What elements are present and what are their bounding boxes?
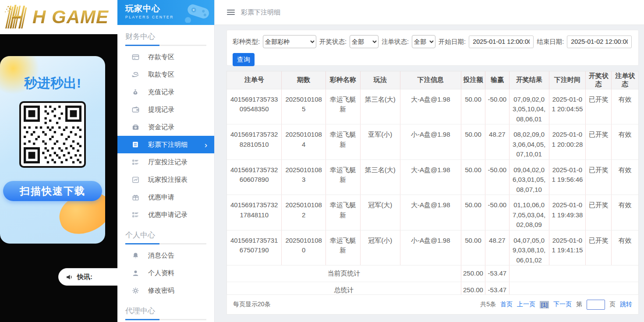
chevron-right-icon: › [205,141,207,149]
column-header: 玩法 [360,71,400,89]
table-cell: 幸运飞艇新 [326,195,360,230]
logo-stripes-icon [4,4,32,30]
end-date-input[interactable] [567,35,632,48]
table-cell: 50.00 [461,230,485,265]
sidebar-item-fund-records[interactable]: 资金记录 [117,118,214,136]
table-cell: 已开奖 [586,195,612,230]
column-header: 开奖状态 [586,71,612,89]
column-header: 输赢 [485,71,509,89]
sidebar-item-label: 个人资料 [148,269,174,277]
table-cell: 20250101080 [282,230,326,265]
summary-label: 当前页统计 [227,265,461,282]
table-cell: 09,04,02,06,03,01,05,08,07,10 [509,159,549,195]
column-header: 注单号 [227,71,282,89]
column-header: 注单状态 [612,71,638,89]
logo: H GAME [0,0,117,34]
table-cell: 有效 [612,195,638,230]
sidebar-item-withdraw-zone[interactable]: 取款专区 [117,66,214,83]
sidebar-item-withdrawal-records[interactable]: 提现记录 [117,101,214,118]
sidebar-item-label: 消息公告 [148,251,174,260]
sidebar-item-personal-profile[interactable]: 个人资料 [117,264,214,282]
table-cell: 有效 [612,230,638,265]
table-cell: 2025-01-01 20:04:55 [549,89,586,124]
next-page-link[interactable]: 下一页 [553,301,572,308]
column-header: 下注信息 [400,71,461,89]
section-title: 个人中心 [117,223,214,243]
per-page-label: 每页显示20条 [233,301,271,308]
first-page-link[interactable]: 首页 [500,301,513,308]
document-icon [131,141,139,149]
table-cell: 已开奖 [586,89,612,124]
section-underline [125,243,206,244]
table-cell: 小-A盘@1.98 [400,230,461,265]
current-page[interactable]: [1] [540,301,549,308]
scan-download-button[interactable]: 扫描快速下载 [3,181,102,201]
total-count: 共5条 [480,301,496,308]
bet-details-table: 注单号期数彩种名称玩法下注信息投注额输赢开奖结果下注时间开奖状态注单状态 401… [226,71,639,299]
summary-empty-cell [509,265,638,282]
sidebar-item-label: 优惠申请 [148,193,174,202]
hamburger-menu-icon[interactable] [227,10,235,15]
section-underline [125,319,206,320]
table-cell: 07,09,02,03,05,10,04,08,06,01 [509,89,549,124]
sidebar-item-label: 资金记录 [148,123,174,131]
order-status-label: 注单状态: [382,38,409,46]
download-promo-card: 秒进秒出! 扫描快速下载 [0,56,105,244]
column-header: 开奖结果 [509,71,549,89]
column-header: 投注额 [461,71,485,89]
section-underline [125,45,206,46]
search-button[interactable]: 查询 [233,53,255,66]
news-ticker: 快讯: [58,268,117,286]
order-status-select[interactable]: 全部 [412,35,435,48]
table-cell: 小-A盘@1.98 [400,124,461,160]
sidebar-item-player-bet-report[interactable]: 玩家投注报表 [117,171,214,188]
table-cell: 48.27 [485,124,509,160]
table-row: 40156917357326060789020250101083幸运飞艇新第三名… [227,159,638,195]
column-header: 下注时间 [549,71,586,89]
table-cell: 401569173573217848110 [227,195,282,230]
table-cell: 20250101083 [282,159,326,195]
table-cell: 50.00 [461,124,485,160]
table-cell: 第三名(大) [360,89,400,124]
table-cell: 48.27 [485,230,509,265]
page-jump-input[interactable] [587,300,605,310]
table-row: 40156917357316750719020250101080幸运飞艇新冠军(… [227,230,638,265]
main-content: 彩票下注明细 彩种类型: 全部彩种 开奖状态: 全部 注单状态: 全部 开始日期… [215,0,644,322]
table-cell: 2025-01-01 20:00:28 [549,124,586,160]
table-row: 40156917357328281051020250101084幸运飞艇新亚军(… [227,124,638,160]
promo-panel: H GAME 秒进秒出! 扫描快速下载 快讯: [0,0,117,322]
table-cell: 50.00 [461,195,485,230]
sidebar-item-change-password[interactable]: 修改密码 [117,282,214,299]
page-label-after: 页 [609,301,616,308]
sidebar-item-deposit-zone[interactable]: 存款专区 [117,48,214,66]
sidebar-item-hall-bet-records[interactable]: 厅室投注记录 [117,153,214,171]
sidebar-item-label: 修改密码 [148,287,174,295]
sidebar-header: 玩家中心 PLAYERS CENTER [117,0,214,25]
lottery-type-select[interactable]: 全部彩种 [263,35,316,48]
table-cell: 2025-01-01 19:41:15 [549,230,586,265]
page-label-before: 第 [576,301,582,308]
table-cell: 04,07,05,09,03,08,10,06,01,02 [509,230,549,265]
jump-link[interactable]: 跳转 [620,301,632,308]
sidebar-section-agent: 代理中心 [117,299,214,320]
lottery-type-label: 彩种类型: [233,38,260,46]
list-icon [131,211,139,219]
table-cell: 大-A盘@1.98 [400,195,461,230]
table-cell: 幸运飞艇新 [326,159,360,195]
end-date-label: 结束日期: [537,38,564,46]
prev-page-link[interactable]: 上一页 [517,301,535,308]
start-date-input[interactable] [469,35,534,48]
table-cell: 已开奖 [586,230,612,265]
sidebar-item-lottery-bet-details[interactable]: 彩票下注明细› [117,136,214,153]
money-bag-icon [131,88,139,96]
sidebar-item-label: 优惠申请记录 [148,211,188,219]
table-cell: 幸运飞艇新 [326,124,360,160]
sidebar-item-promo-apply-records[interactable]: 优惠申请记录 [117,206,214,223]
table-cell: 20250101085 [282,89,326,124]
sidebar-item-message-announcements[interactable]: 消息公告 [117,247,214,264]
table-cell: 50.00 [461,89,485,124]
sidebar-item-promo-apply[interactable]: 优惠申请 [117,188,214,206]
sidebar-item-recharge-records[interactable]: 充值记录 [117,83,214,101]
sidebar-item-label: 彩票下注明细 [148,141,188,149]
draw-status-select[interactable]: 全部 [350,35,379,48]
